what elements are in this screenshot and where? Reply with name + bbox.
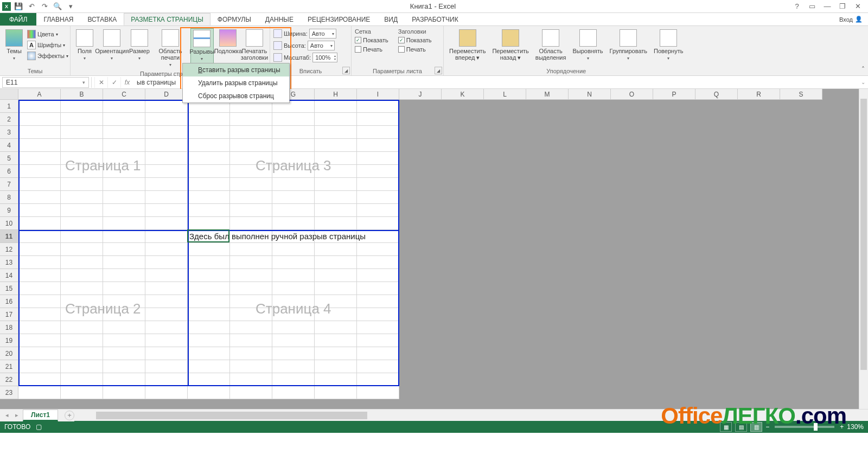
row-header-2[interactable]: 2 — [0, 113, 18, 126]
worksheet-grid[interactable]: ABCDEFGHIJKLMNOPQRS 12345678910111213141… — [0, 89, 868, 409]
add-sheet-button[interactable]: + — [65, 411, 74, 420]
menu-remove-break[interactable]: Удалить разрыв страницы — [183, 76, 289, 89]
gridlines-print[interactable]: Печать — [355, 46, 388, 53]
orientation-button[interactable]: Ориентация▾ — [98, 28, 126, 63]
restore-icon[interactable]: ❐ — [835, 1, 850, 12]
breaks-button[interactable]: Разрывы▾ — [190, 28, 214, 64]
col-header-S[interactable]: S — [780, 89, 822, 100]
row-header-11[interactable]: 11 — [0, 230, 18, 243]
tab-developer[interactable]: РАЗРАБОТЧИК — [405, 13, 465, 25]
tab-home[interactable]: ГЛАВНАЯ — [36, 13, 80, 25]
col-header-H[interactable]: H — [315, 89, 357, 100]
row-header-16[interactable]: 16 — [0, 295, 18, 308]
col-header-B[interactable]: B — [61, 89, 103, 100]
menu-insert-break[interactable]: Вставить разрыв страницы — [183, 63, 289, 76]
row-header-6[interactable]: 6 — [0, 165, 18, 178]
page-break-horizontal[interactable] — [18, 230, 399, 231]
row-header-15[interactable]: 15 — [0, 282, 18, 295]
qat-undo-icon[interactable]: ↶ — [26, 1, 37, 12]
theme-fonts[interactable]: AШрифты▾ — [27, 40, 68, 50]
size-button[interactable]: Размер▾ — [129, 28, 150, 63]
help-icon[interactable]: ? — [790, 1, 804, 12]
col-header-K[interactable]: K — [442, 89, 484, 100]
row-header-8[interactable]: 8 — [0, 191, 18, 204]
row-header-12[interactable]: 12 — [0, 243, 18, 256]
tab-file[interactable]: ФАЙЛ — [0, 13, 36, 25]
gridlines-show[interactable]: ✓Показать — [355, 36, 388, 44]
sheet-tab-active[interactable]: Лист1 — [23, 410, 58, 421]
row-header-4[interactable]: 4 — [0, 139, 18, 152]
row-header-21[interactable]: 21 — [0, 360, 18, 373]
rotate-button[interactable]: Повернуть▾ — [652, 28, 685, 63]
cancel-formula-icon[interactable]: ✕ — [94, 77, 107, 88]
fit-width-combo[interactable]: Авто — [309, 29, 336, 39]
col-header-L[interactable]: L — [484, 89, 526, 100]
col-header-P[interactable]: P — [653, 89, 695, 100]
print-titles-button[interactable]: Печататьзаголовки — [242, 28, 266, 62]
scale-spinner[interactable]: 100% — [312, 53, 337, 62]
margins-button[interactable]: Поля▾ — [74, 28, 95, 63]
collapse-ribbon-icon[interactable]: ˄ — [861, 66, 865, 73]
qat-redo-icon[interactable]: ↷ — [39, 1, 50, 12]
col-header-D[interactable]: D — [145, 89, 188, 100]
qat-customize-icon[interactable]: ▾ — [65, 1, 76, 12]
row-header-17[interactable]: 17 — [0, 308, 18, 321]
sheet-nav-next-icon[interactable]: ▸ — [13, 412, 21, 419]
row-header-1[interactable]: 1 — [0, 100, 18, 113]
enter-formula-icon[interactable]: ✓ — [107, 77, 120, 88]
col-header-C[interactable]: C — [103, 89, 145, 100]
row-header-7[interactable]: 7 — [0, 178, 18, 191]
sheet-opts-launcher-icon[interactable]: ◢ — [435, 67, 442, 74]
page-break-vertical[interactable] — [188, 100, 189, 386]
macro-record-icon[interactable]: ▢ — [36, 423, 42, 431]
row-header-22[interactable]: 22 — [0, 373, 18, 386]
row-header-5[interactable]: 5 — [0, 152, 18, 165]
menu-reset-breaks[interactable]: Сброс разрывов страниц — [183, 89, 289, 103]
tab-data[interactable]: ДАННЫЕ — [258, 13, 301, 25]
send-backward-button[interactable]: Переместитьназад ▾ — [490, 28, 531, 62]
sign-in[interactable]: Вход 👤 — [839, 13, 868, 25]
tab-review[interactable]: РЕЦЕНЗИРОВАНИЕ — [301, 13, 377, 25]
cells-area[interactable] — [18, 100, 399, 399]
row-header-3[interactable]: 3 — [0, 126, 18, 139]
col-header-R[interactable]: R — [738, 89, 780, 100]
headings-show[interactable]: ✓Показать — [398, 36, 432, 44]
col-header-Q[interactable]: Q — [695, 89, 738, 100]
ribbon-display-icon[interactable]: ▭ — [805, 1, 819, 12]
minimize-icon[interactable]: — — [820, 1, 834, 12]
scrollbar-thumb[interactable] — [96, 412, 367, 419]
row-header-10[interactable]: 10 — [0, 217, 18, 230]
tab-page-layout[interactable]: РАЗМЕТКА СТРАНИЦЫ — [124, 13, 210, 25]
col-header-O[interactable]: O — [611, 89, 653, 100]
expand-formula-bar-icon[interactable]: ⌄ — [858, 79, 868, 85]
vertical-scrollbar[interactable] — [859, 89, 868, 409]
row-header-9[interactable]: 9 — [0, 204, 18, 217]
row-header-13[interactable]: 13 — [0, 256, 18, 269]
qat-preview-icon[interactable]: 🔍 — [52, 1, 63, 12]
theme-effects[interactable]: Эффекты▾ — [27, 51, 68, 61]
row-header-20[interactable]: 20 — [0, 347, 18, 360]
bring-forward-button[interactable]: Переместитьвперед ▾ — [447, 28, 488, 62]
col-header-N[interactable]: N — [569, 89, 611, 100]
row-header-23[interactable]: 23 — [0, 386, 18, 399]
close-icon[interactable]: ✕ — [851, 1, 865, 12]
background-button[interactable]: Подложка — [216, 28, 240, 55]
qat-save-icon[interactable]: 💾 — [13, 1, 24, 12]
col-header-J[interactable]: J — [399, 89, 442, 100]
row-header-18[interactable]: 18 — [0, 321, 18, 334]
scrollbar-thumb[interactable] — [860, 99, 867, 370]
headings-print[interactable]: Печать — [398, 46, 432, 53]
fit-launcher-icon[interactable]: ◢ — [342, 67, 350, 74]
fit-height-combo[interactable]: Авто — [308, 41, 335, 50]
col-header-A[interactable]: A — [18, 89, 61, 100]
theme-colors[interactable]: Цвета▾ — [27, 29, 68, 39]
tab-formulas[interactable]: ФОРМУЛЫ — [210, 13, 258, 25]
select-all-corner[interactable] — [0, 89, 18, 100]
themes-button[interactable]: Темы ▾ — [3, 28, 25, 63]
sheet-nav-prev-icon[interactable]: ◂ — [3, 412, 11, 419]
name-box[interactable]: E11▾ — [2, 77, 89, 88]
col-header-I[interactable]: I — [357, 89, 399, 100]
selection-pane-button[interactable]: Областьвыделения — [533, 28, 569, 62]
group-button[interactable]: Группировать▾ — [608, 28, 650, 63]
tab-insert[interactable]: ВСТАВКА — [80, 13, 124, 25]
